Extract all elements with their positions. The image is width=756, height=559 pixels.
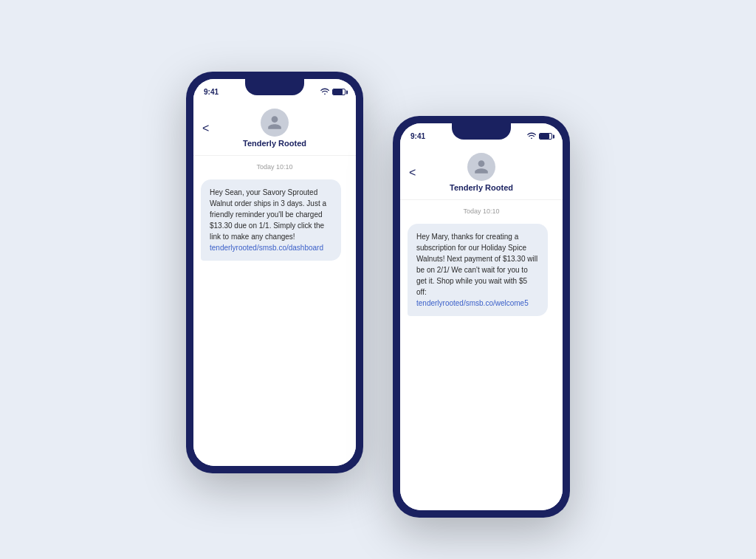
contact-name-2: Tenderly Rooted: [450, 183, 513, 192]
status-bar-1: 9:41: [193, 79, 356, 103]
back-button-1[interactable]: <: [202, 122, 209, 135]
wifi-icon-1: [320, 88, 329, 96]
message-bubble-1: Hey Sean, your Savory Sprouted Walnut or…: [201, 179, 341, 261]
chat-body-2: Today 10:10 Hey Mary, thanks for creatin…: [400, 200, 563, 510]
avatar-icon-2: [473, 159, 489, 175]
status-icons-1: [320, 88, 346, 96]
notch-1: [245, 79, 304, 95]
message-link-2[interactable]: tenderlyrooted/smsb.co/welcome5: [416, 299, 529, 307]
phone-2: 9:41 <: [393, 116, 570, 518]
status-time-1: 9:41: [204, 88, 219, 96]
battery-icon-1: [332, 89, 346, 95]
date-label-2: Today 10:10: [408, 208, 555, 215]
phone-1: 9:41 <: [186, 72, 363, 473]
contact-name-1: Tenderly Rooted: [243, 139, 306, 148]
notch-2: [452, 123, 511, 140]
message-text-2: Hey Mary, thanks for creating a subscrip…: [416, 233, 537, 296]
message-bubble-2: Hey Mary, thanks for creating a subscrip…: [408, 224, 548, 316]
wifi-icon-2: [527, 132, 536, 140]
phones-container: 9:41 <: [186, 72, 570, 518]
phone-1-screen: 9:41 <: [193, 79, 356, 466]
back-button-2[interactable]: <: [409, 166, 416, 179]
status-bar-2: 9:41: [400, 123, 563, 147]
message-text-1: Hey Sean, your Savory Sprouted Walnut or…: [210, 188, 326, 241]
avatar-1: [261, 109, 289, 137]
chat-header-2: < Tenderly Rooted: [400, 147, 563, 200]
avatar-icon-1: [267, 114, 283, 131]
avatar-2: [467, 153, 495, 181]
status-icons-2: [527, 132, 552, 140]
phone-2-screen: 9:41 <: [400, 123, 563, 510]
chat-body-1: Today 10:10 Hey Sean, your Savory Sprout…: [193, 156, 356, 466]
battery-icon-2: [539, 133, 552, 140]
message-link-1[interactable]: tenderlyrooted/smsb.co/dashboard: [210, 244, 323, 252]
date-label-1: Today 10:10: [201, 163, 348, 171]
status-time-2: 9:41: [410, 132, 425, 140]
chat-header-1: < Tenderly Rooted: [193, 103, 356, 156]
